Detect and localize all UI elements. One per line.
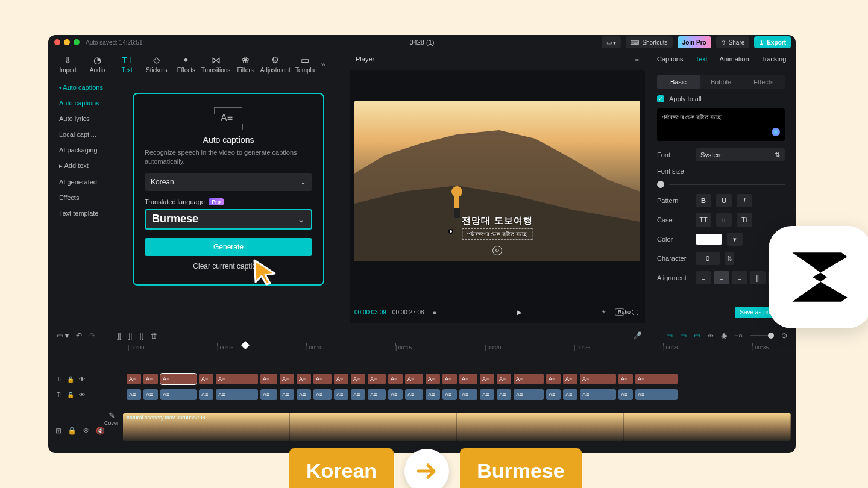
window-controls[interactable] bbox=[54, 39, 80, 45]
tool-effects[interactable]: ✦Effects bbox=[171, 55, 201, 74]
sidebar-item[interactable]: AI packaging bbox=[53, 142, 125, 158]
caption-clip[interactable]: A≡ bbox=[480, 374, 494, 384]
list-icon[interactable]: ≡ bbox=[430, 309, 440, 316]
caption-clip[interactable]: A≡ bbox=[580, 389, 616, 400]
tool-import[interactable]: ⇩Import bbox=[53, 55, 83, 74]
caption-clip[interactable]: A≡ bbox=[297, 374, 311, 384]
caption-clip[interactable]: A≡ bbox=[351, 374, 365, 384]
sidebar-item[interactable]: Local capti... bbox=[53, 127, 125, 142]
undo-icon[interactable]: ↶ bbox=[76, 331, 82, 340]
font-size-slider[interactable] bbox=[669, 184, 785, 185]
play-icon[interactable]: ▶ bbox=[515, 309, 524, 316]
magnet-3-icon[interactable]: ▭ bbox=[694, 331, 700, 340]
rotate-handle-icon[interactable]: ↻ bbox=[492, 246, 502, 255]
caption-clip[interactable]: A≡ bbox=[199, 389, 213, 400]
caption-clip[interactable]: A≡ bbox=[580, 374, 616, 384]
preview-icon[interactable]: ◉ bbox=[721, 331, 727, 340]
source-language-select[interactable]: Korean ⌄ bbox=[145, 173, 312, 191]
underline-button[interactable]: U bbox=[716, 194, 732, 207]
mute-icon[interactable]: 🔇 bbox=[96, 427, 105, 435]
case-upper-button[interactable]: TT bbox=[696, 213, 711, 227]
video-track[interactable]: natural scenery.mov 00:00:27:08 bbox=[123, 413, 791, 441]
video-viewport[interactable]: 전망대 도보여행 পর্যবেক্ষণের ডেক হাটতে যাচ্ছে ↻ bbox=[354, 101, 640, 261]
caption-clip[interactable]: A≡ bbox=[459, 389, 477, 400]
aspect-ratio-button[interactable]: ▭ ▾ bbox=[602, 36, 621, 48]
slider-thumb-icon[interactable] bbox=[657, 181, 664, 188]
inspector-tab-tracking[interactable]: Tracking bbox=[761, 55, 787, 63]
caption-clip[interactable]: A≡ bbox=[260, 389, 277, 400]
caption-clip[interactable]: A≡ bbox=[216, 374, 258, 384]
inspector-segment[interactable]: BasicBubbleEffects bbox=[657, 75, 785, 89]
generate-button[interactable]: Generate bbox=[145, 238, 312, 256]
more-tools-icon[interactable]: » bbox=[321, 60, 326, 69]
magnet-1-icon[interactable]: ▭ bbox=[666, 331, 673, 340]
inspector-tab-text[interactable]: Text bbox=[695, 55, 707, 63]
fullscreen-icon[interactable]: ⛶ bbox=[631, 309, 640, 316]
caption-clip[interactable]: A≡ bbox=[143, 374, 158, 384]
minimize-icon[interactable] bbox=[64, 39, 70, 45]
caption-clip[interactable]: A≡ bbox=[426, 389, 440, 400]
translated-language-select[interactable]: Burmese ⌄ bbox=[145, 209, 312, 230]
caption-clip[interactable]: A≡ bbox=[618, 374, 633, 384]
caption-clip[interactable]: A≡ bbox=[388, 374, 403, 384]
caption-clip[interactable]: A≡ bbox=[405, 374, 423, 384]
magnet-2-icon[interactable]: ▭ bbox=[680, 331, 687, 340]
caption-handle-icon[interactable] bbox=[448, 229, 453, 234]
close-icon[interactable] bbox=[54, 39, 60, 45]
case-lower-button[interactable]: tt bbox=[716, 213, 732, 227]
clear-captions-link[interactable]: Clear current captions bbox=[145, 262, 312, 271]
seg-basic[interactable]: Basic bbox=[657, 75, 700, 89]
align-center-button[interactable]: ≡ bbox=[714, 271, 729, 284]
align-vtop-button[interactable]: ‖ bbox=[750, 271, 766, 284]
ratio-button[interactable]: Ratio bbox=[615, 308, 624, 316]
caption-clip[interactable]: A≡ bbox=[280, 374, 294, 384]
font-select[interactable]: System⇅ bbox=[696, 148, 785, 161]
join-pro-button[interactable]: Join Pro bbox=[678, 36, 711, 48]
caption-clip[interactable]: A≡ bbox=[313, 389, 332, 400]
zoom-fit-icon[interactable]: ⊙ bbox=[781, 331, 787, 340]
caption-clip[interactable]: A≡ bbox=[497, 374, 511, 384]
caption-clip[interactable]: A≡ bbox=[143, 389, 158, 400]
align-right-button[interactable]: ≡ bbox=[732, 271, 747, 284]
italic-button[interactable]: I bbox=[737, 194, 752, 207]
caption-clip[interactable]: A≡ bbox=[480, 389, 494, 400]
seg-bubble[interactable]: Bubble bbox=[700, 75, 743, 89]
color-picker-button[interactable]: ▾ bbox=[727, 233, 743, 246]
caption-clip[interactable]: A≡ bbox=[442, 374, 457, 384]
inspector-tab-captions[interactable]: Captions bbox=[657, 55, 683, 63]
tool-stickers[interactable]: ◇Stickers bbox=[142, 55, 171, 74]
caption-clip[interactable]: A≡ bbox=[459, 374, 477, 384]
cover-button[interactable]: ✎Cover bbox=[102, 411, 121, 426]
caption-clip[interactable]: A≡ bbox=[160, 389, 197, 400]
bold-button[interactable]: B bbox=[696, 194, 711, 207]
character-spacing-input[interactable]: 0 bbox=[696, 252, 720, 265]
caption-text-input[interactable]: পর্যবেক্ষণের ডেক হাটতে যাচ্ছে bbox=[657, 108, 785, 141]
caption-clip[interactable]: A≡ bbox=[127, 389, 141, 400]
caption-clip[interactable]: A≡ bbox=[618, 389, 633, 400]
sidebar-item[interactable]: Auto lyrics bbox=[53, 111, 125, 127]
case-title-button[interactable]: Tt bbox=[737, 213, 752, 227]
tool-transitions[interactable]: ⋈Transitions bbox=[201, 55, 230, 74]
sidebar-item[interactable]: AI generated bbox=[53, 174, 125, 190]
split-right-icon[interactable]: |[ bbox=[139, 331, 143, 340]
caption-clip[interactable]: A≡ bbox=[563, 389, 577, 400]
caption-clip[interactable]: A≡ bbox=[199, 374, 213, 384]
caption-clip[interactable]: A≡ bbox=[546, 389, 561, 400]
timeline-ruler[interactable]: | 00:00| 00:05| 00:10| 00:15| 00:20| 00:… bbox=[128, 345, 791, 355]
caption-clip[interactable]: A≡ bbox=[563, 374, 577, 384]
caption-clip[interactable]: A≡ bbox=[297, 389, 311, 400]
eye-icon[interactable]: 👁 bbox=[79, 376, 85, 383]
caption-clip[interactable]: A≡ bbox=[426, 374, 440, 384]
pointer-tool-icon[interactable]: ▭ ▾ bbox=[57, 331, 69, 340]
inspector-tab-animation[interactable]: Animation bbox=[720, 55, 749, 63]
caption-clip[interactable]: A≡ bbox=[442, 389, 457, 400]
caption-clip[interactable]: A≡ bbox=[334, 374, 348, 384]
caption-clip[interactable]: A≡ bbox=[160, 374, 197, 384]
caption-clip[interactable]: A≡ bbox=[313, 374, 332, 384]
sidebar-item[interactable]: Effects bbox=[53, 190, 125, 205]
split-icon[interactable]: ][ bbox=[117, 331, 121, 340]
sidebar-item[interactable]: • Auto captions bbox=[53, 80, 125, 95]
caption-clip[interactable]: A≡ bbox=[497, 389, 511, 400]
caption-clip[interactable]: A≡ bbox=[514, 389, 544, 400]
caption-clip[interactable]: A≡ bbox=[388, 389, 403, 400]
